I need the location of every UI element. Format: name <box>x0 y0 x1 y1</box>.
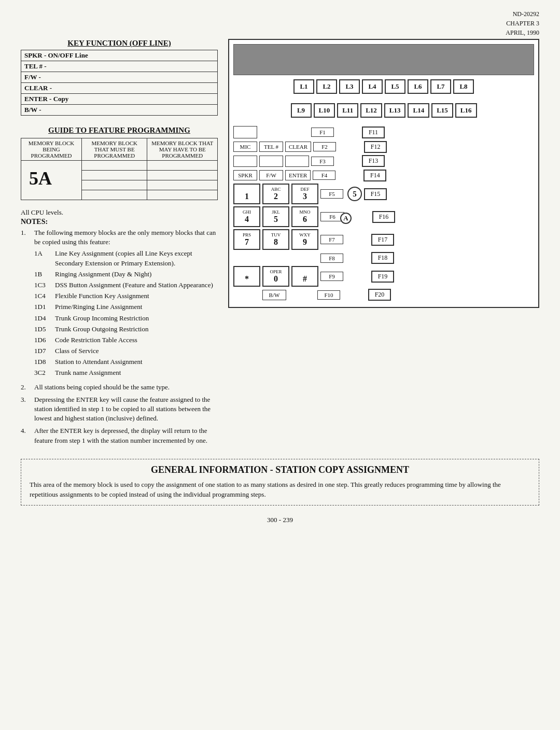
f5-btn[interactable]: F5 <box>320 189 343 199</box>
spacer15 <box>288 289 315 301</box>
func-row-2: SPKR F/W ENTER F4 F14 <box>233 169 534 181</box>
f1-btn[interactable]: F1 <box>311 128 334 137</box>
tel-btn[interactable]: TEL # <box>259 142 283 152</box>
line-btn-l16[interactable]: L16 <box>455 103 477 118</box>
spacer13 <box>345 270 369 283</box>
block-5a: 5A <box>24 162 79 194</box>
fw-btn[interactable]: F/W <box>259 170 283 180</box>
key-9[interactable]: WXY 9 <box>291 229 318 250</box>
f20-btn[interactable]: F20 <box>368 289 391 301</box>
key-8[interactable]: TUV 8 <box>262 229 289 250</box>
key-0[interactable]: OPER 0 <box>262 266 289 287</box>
spacer12 <box>345 252 369 264</box>
f16-btn[interactable]: F16 <box>372 211 395 223</box>
digit-row-4: * OPER 0 # F9 F1 <box>233 266 534 287</box>
bw-row: B/W F10 F20 <box>233 289 534 301</box>
key-3[interactable]: DEF 3 <box>291 184 318 204</box>
f7-btn[interactable]: F7 <box>320 235 343 244</box>
line-btn-l8[interactable]: L8 <box>453 79 474 94</box>
date: APRIL, 1990 <box>506 28 539 37</box>
f18-btn[interactable]: F18 <box>371 252 394 264</box>
line-btn-l5[interactable]: L5 <box>385 79 405 94</box>
key-hash[interactable]: # <box>291 266 318 287</box>
line-btn-l10[interactable]: L10 <box>314 103 335 118</box>
line-btn-l6[interactable]: L6 <box>408 79 428 94</box>
notes-item: 1.The following memory blocks are the on… <box>21 228 218 380</box>
key-star[interactable]: * <box>233 266 260 287</box>
line-btn-l11[interactable]: L11 <box>337 103 358 118</box>
line-buttons-row-2: L9L10L11L12L13L14L15L16 <box>233 103 534 118</box>
spacer9 <box>233 252 260 264</box>
main-content: KEY FUNCTION (OFF LINE) SPKR - ON/OFF Li… <box>21 39 539 448</box>
blank-btn-4 <box>285 156 309 167</box>
f15-btn[interactable]: F15 <box>364 188 387 200</box>
f17-btn[interactable]: F17 <box>371 234 394 246</box>
key-2[interactable]: ABC 2 <box>262 184 289 204</box>
general-info-title: GENERAL INFORMATION - STATION COPY ASSIG… <box>30 465 530 475</box>
key-function-row: ENTER - Copy <box>21 94 218 105</box>
line-btn-l12[interactable]: L12 <box>360 103 382 118</box>
notes-list: 1.The following memory blocks are the on… <box>21 228 218 445</box>
guide-col3: MEMORY BLOCK THAT MAY HAVE TO BE PROGRAM… <box>147 138 218 161</box>
key-5[interactable]: JKL 5 <box>262 206 289 227</box>
spacer3 <box>336 126 360 138</box>
f10-btn[interactable]: F10 <box>317 290 340 300</box>
line-btn-l3[interactable]: L3 <box>339 79 360 94</box>
digit-row-2: GHI 4 JKL 5 MNO 6 <box>233 206 534 227</box>
spacer16 <box>342 289 366 301</box>
f3-btn[interactable]: F3 <box>311 157 334 166</box>
f4-btn[interactable]: F4 <box>313 171 335 180</box>
spkr-btn[interactable]: SPKR <box>233 170 257 180</box>
key-7[interactable]: PRS 7 <box>233 229 260 250</box>
enter-btn[interactable]: ENTER <box>285 170 311 180</box>
spacer11 <box>291 252 318 264</box>
key-function-table: SPKR - ON/OFF LineTEL # -F/W -CLEAR -ENT… <box>21 50 218 116</box>
line-btn-l2[interactable]: L2 <box>316 79 337 94</box>
key-function-title: KEY FUNCTION (OFF LINE) <box>21 39 218 48</box>
f5-circle[interactable]: 5 <box>347 187 362 201</box>
cpu-level: All CPU levels. <box>21 208 218 217</box>
spacer2 <box>285 126 309 138</box>
general-info-box: GENERAL INFORMATION - STATION COPY ASSIG… <box>21 459 539 506</box>
sub-item: 1D6Code Restriction Table Access <box>34 335 218 345</box>
line-btn-l14[interactable]: L14 <box>408 103 429 118</box>
phone-body: F1 F11 MIC TEL # CLEAR F2 F12 <box>233 126 534 303</box>
blank-row-2: F8 F18 <box>233 252 534 264</box>
f8-btn[interactable]: F8 <box>320 254 343 263</box>
func-row-1: MIC TEL # CLEAR F2 F12 <box>233 141 534 153</box>
guide-section: GUIDE TO FEATURE PROGRAMMING MEMORY BLOC… <box>21 126 218 200</box>
key-function-row: SPKR - ON/OFF Line <box>21 50 218 61</box>
f19-btn[interactable]: F19 <box>371 271 394 283</box>
header-info: ND-20292 CHAPTER 3 APRIL, 1990 <box>506 9 539 37</box>
f14-btn[interactable]: F14 <box>363 170 386 181</box>
phone-diagram: L1L2L3L4L5L6L7L8 L9L10L11L12L13L14L15L16 <box>228 39 539 308</box>
key-function-row: B/W - <box>21 105 218 116</box>
f2-btn[interactable]: F2 <box>313 142 336 151</box>
f12-btn[interactable]: F12 <box>364 141 387 153</box>
bw-btn[interactable]: B/W <box>262 290 286 300</box>
f9-btn[interactable]: F9 <box>320 272 343 281</box>
key-6[interactable]: MNO 6 <box>291 206 318 227</box>
a-circle[interactable]: A <box>340 213 352 224</box>
clear-btn[interactable]: CLEAR <box>285 142 311 152</box>
line-btn-l15[interactable]: L15 <box>431 103 453 118</box>
line-btn-l9[interactable]: L9 <box>291 103 312 118</box>
f13-btn[interactable]: F13 <box>362 155 385 167</box>
sub-item: 1C4Flexible Function Key Assignment <box>34 291 218 301</box>
mic-btn[interactable]: MIC <box>233 142 257 152</box>
f11-btn[interactable]: F11 <box>362 127 385 138</box>
general-info-text: This area of the memory block is used to… <box>30 480 530 500</box>
line-buttons-row-1: L1L2L3L4L5L6L7L8 <box>233 79 534 94</box>
line-btn-l4[interactable]: L4 <box>362 79 383 94</box>
line-btn-l1[interactable]: L1 <box>293 79 314 94</box>
digit-row-3: PRS 7 TUV 8 WXY 9 F7 <box>233 229 534 250</box>
key-4[interactable]: GHI 4 <box>233 206 260 227</box>
sub-item: 1C3DSS Button Assignment (Feature and St… <box>34 280 218 290</box>
guide-title: GUIDE TO FEATURE PROGRAMMING <box>21 126 218 135</box>
key-1[interactable]: 1 <box>233 184 260 204</box>
key-function-row: F/W - <box>21 72 218 83</box>
line-btn-l7[interactable]: L7 <box>430 79 451 94</box>
line-btn-l13[interactable]: L13 <box>384 103 406 118</box>
notes-label: NOTES: <box>21 218 218 226</box>
key-function-section: KEY FUNCTION (OFF LINE) SPKR - ON/OFF Li… <box>21 39 218 116</box>
